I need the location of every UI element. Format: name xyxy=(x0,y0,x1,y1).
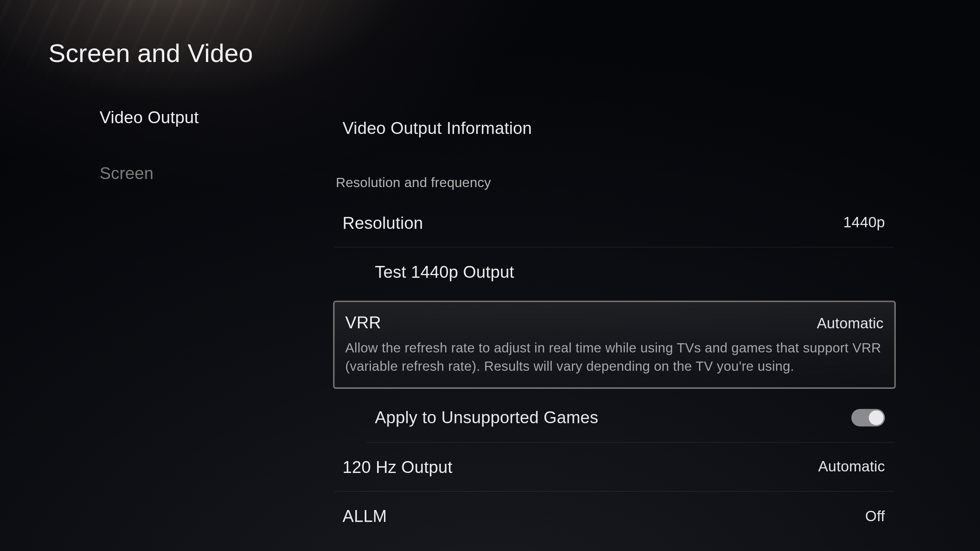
sidebar-item-video-output[interactable]: Video Output xyxy=(100,108,301,163)
row-allm[interactable]: ALLM Off xyxy=(335,492,895,541)
sidebar: Video Output Screen xyxy=(100,108,301,219)
vrr-label: VRR xyxy=(345,313,381,332)
resolution-label: Resolution xyxy=(343,213,423,232)
allm-value: Off xyxy=(865,507,885,525)
toggle-knob-icon xyxy=(869,410,884,425)
hz120-label: 120 Hz Output xyxy=(343,457,452,477)
row-vrr[interactable]: VRR Automatic Allow the refresh rate to … xyxy=(333,301,896,389)
apply-unsupported-toggle[interactable] xyxy=(851,409,885,426)
row-apply-to-unsupported-games[interactable]: Apply to Unsupported Games xyxy=(367,393,894,442)
apply-unsupported-label: Apply to Unsupported Games xyxy=(375,408,598,427)
test-1440p-label: Test 1440p Output xyxy=(375,262,514,282)
allm-label: ALLM xyxy=(343,507,387,526)
sidebar-item-screen[interactable]: Screen xyxy=(100,163,301,219)
vrr-value: Automatic xyxy=(817,315,884,333)
page-title: Screen and Video xyxy=(49,39,253,68)
vrr-description: Allow the refresh rate to adjust in real… xyxy=(345,339,884,375)
row-resolution[interactable]: Resolution 1440p xyxy=(335,199,895,248)
video-output-information-label: Video Output Information xyxy=(343,118,532,138)
row-test-1440p-output[interactable]: Test 1440p Output xyxy=(335,248,895,297)
row-video-output-information[interactable]: Video Output Information xyxy=(335,108,895,148)
section-label-resolution-frequency: Resolution and frequency xyxy=(335,148,895,199)
resolution-value: 1440p xyxy=(843,214,885,231)
content-pane: Video Output Information Resolution and … xyxy=(335,108,895,541)
row-120hz-output[interactable]: 120 Hz Output Automatic xyxy=(335,443,895,492)
hz120-value: Automatic xyxy=(818,458,885,476)
